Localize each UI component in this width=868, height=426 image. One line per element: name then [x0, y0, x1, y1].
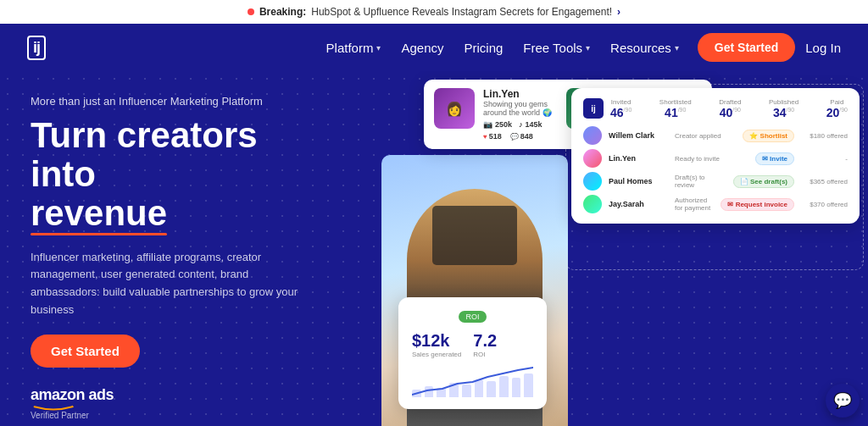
avatar [583, 195, 602, 213]
hero-subtitle: More than just an Influencer Marketing P… [31, 95, 329, 108]
creator-status: Ready to invite [675, 155, 748, 163]
influencer-desc: Showing you gems around the world 🌍 [483, 100, 558, 117]
announcement-dot [248, 8, 254, 15]
creator-price: $370 offered [801, 201, 848, 208]
tiktok-icon: ♪ [519, 120, 523, 129]
sales-generated: $12k Sales generated [412, 331, 461, 358]
chevron-down-icon-resources: ▾ [675, 43, 679, 53]
campaign-card: ij Invited 46/90 Shortlisted 41/90 Draft… [571, 88, 860, 224]
campaign-header: ij Invited 46/90 Shortlisted 41/90 Draft… [583, 98, 848, 119]
hero-title: Turn creators into revenue [31, 116, 329, 234]
amazon-verified-text: Verified Partner [31, 411, 329, 420]
creator-status: Draft(s) to review [675, 174, 726, 189]
creator-name: Jay.Sarah [609, 200, 668, 208]
table-row: Paul Homes Draft(s) to review 📄 See draf… [583, 172, 848, 191]
stat-paid: Paid 20/90 [826, 98, 848, 119]
creator-name: Willem Clark [609, 131, 668, 140]
invite-button[interactable]: ✉ Invite [755, 152, 794, 165]
chevron-down-icon-tools: ▾ [586, 43, 590, 53]
amazon-wordmark: amazon ads [31, 386, 329, 404]
stat-drafted: Drafted 40/90 [719, 98, 741, 119]
logo[interactable]: ij [27, 36, 46, 60]
influencer-social-stats: 📷 250k ♪ 145k [483, 120, 558, 129]
creator-price: $180 offered [801, 132, 848, 140]
tiktok-count: 145k [526, 120, 542, 129]
chevron-down-icon: ▾ [376, 43, 381, 53]
roi-card: ROI $12k Sales generated 7.2 ROI [398, 297, 547, 409]
influencer-avatar: 👩 [434, 88, 475, 129]
heart-icon: ♥ [483, 133, 487, 141]
table-row: Lin.Yen Ready to invite ✉ Invite - [583, 149, 848, 168]
avatar [583, 149, 602, 168]
sales-label: Sales generated [412, 351, 461, 358]
amazon-smile-icon [31, 404, 76, 411]
nav-link-free-tools[interactable]: Free Tools ▾ [515, 36, 598, 60]
stat-published: Published 34/90 [769, 98, 798, 119]
hero-right: 👩 Lin.Yen Showing you gems around the wo… [356, 71, 868, 426]
navbar: ij Platform ▾ Agency Pricing Free Tools … [0, 24, 868, 71]
roi-tag: ROI [459, 311, 486, 323]
roi-numbers: $12k Sales generated 7.2 ROI [412, 331, 533, 358]
amazon-ads-text: ads [89, 386, 114, 403]
hero-title-line1: Turn creators into [31, 115, 258, 194]
hero-section: More than just an Influencer Marketing P… [0, 71, 868, 426]
sales-value: $12k [412, 331, 461, 351]
avatar [583, 172, 602, 191]
instagram-count: 250k [495, 120, 512, 129]
roi-chart [412, 365, 533, 399]
influencer-name: Lin.Yen [483, 88, 558, 100]
chat-icon: 💬 [833, 391, 852, 410]
campaign-rows: Willem Clark Creator applied ⭐ Shortlist… [583, 126, 848, 213]
likes-stat: ♥ 518 [483, 132, 502, 141]
nav-item-free-tools[interactable]: Free Tools ▾ [515, 36, 598, 60]
nav-item-platform[interactable]: Platform ▾ [318, 36, 390, 60]
announcement-bar: Breaking: HubSpot & Upfluence Reveals In… [0, 0, 868, 24]
nav-link-pricing[interactable]: Pricing [455, 36, 511, 60]
announcement-text: HubSpot & Upfluence Reveals Instagram Se… [311, 6, 612, 18]
creator-status: Authorized for payment [675, 196, 714, 212]
instagram-stat: 📷 250k [483, 120, 512, 129]
nav-item-resources[interactable]: Resources ▾ [602, 36, 687, 60]
logo-mark: ij [27, 36, 46, 60]
creator-name: Paul Homes [609, 177, 668, 185]
nav-link-platform[interactable]: Platform ▾ [318, 36, 390, 60]
hero-left: More than just an Influencer Marketing P… [0, 71, 356, 426]
table-row: Willem Clark Creator applied ⭐ Shortlist… [583, 126, 848, 145]
creator-status: Creator applied [675, 132, 736, 140]
announcement-chevron[interactable]: › [617, 6, 620, 18]
campaign-logo: ij [583, 98, 604, 119]
hero-description: Influencer marketing, affiliate programs… [31, 249, 319, 319]
stat-shortlisted: Shortlisted 41/90 [659, 98, 692, 119]
instagram-icon: 📷 [483, 120, 492, 129]
nav-link-resources[interactable]: Resources ▾ [602, 36, 687, 60]
shortlist-button[interactable]: ⭐ Shortlist [743, 130, 794, 142]
roi-value-block: 7.2 ROI [473, 331, 497, 358]
creator-name: Lin.Yen [609, 154, 668, 163]
amazon-badge: amazon ads Verified Partner [31, 386, 329, 420]
table-row: Jay.Sarah Authorized for payment ✉ Reque… [583, 195, 848, 213]
get-started-button[interactable]: Get Started [698, 33, 795, 62]
stat-invited: Invited 46/90 [610, 98, 632, 119]
influencer-info: Lin.Yen Showing you gems around the worl… [483, 88, 558, 141]
amazon-logo: amazon ads Verified Partner [31, 386, 329, 420]
nav-link-agency[interactable]: Agency [392, 36, 452, 60]
roi-label: ROI [473, 351, 497, 358]
creator-price: $365 offered [801, 178, 848, 185]
hero-cta-button[interactable]: Get Started [31, 335, 140, 368]
request-invoice-button[interactable]: ✉ Request invoice [721, 198, 794, 211]
chat-bubble[interactable]: 💬 [826, 384, 860, 418]
nav-item-pricing[interactable]: Pricing [455, 36, 511, 60]
tiktok-stat: ♪ 145k [519, 120, 542, 129]
nav-item-agency[interactable]: Agency [392, 36, 452, 60]
login-button[interactable]: Log In [805, 41, 841, 55]
see-drafts-button[interactable]: 📄 See draft(s) [733, 175, 794, 188]
amazon-text: amazon [31, 386, 89, 403]
comments-count: 848 [520, 132, 533, 141]
roi-value: 7.2 [473, 331, 497, 351]
engagement-stats: ♥ 518 💬 848 [483, 132, 558, 141]
hero-title-line2: revenue [31, 194, 167, 233]
creator-price: - [801, 155, 848, 163]
avatar [583, 126, 602, 145]
roi-trend-line [412, 365, 533, 399]
campaign-stats: Invited 46/90 Shortlisted 41/90 Drafted … [610, 98, 848, 119]
